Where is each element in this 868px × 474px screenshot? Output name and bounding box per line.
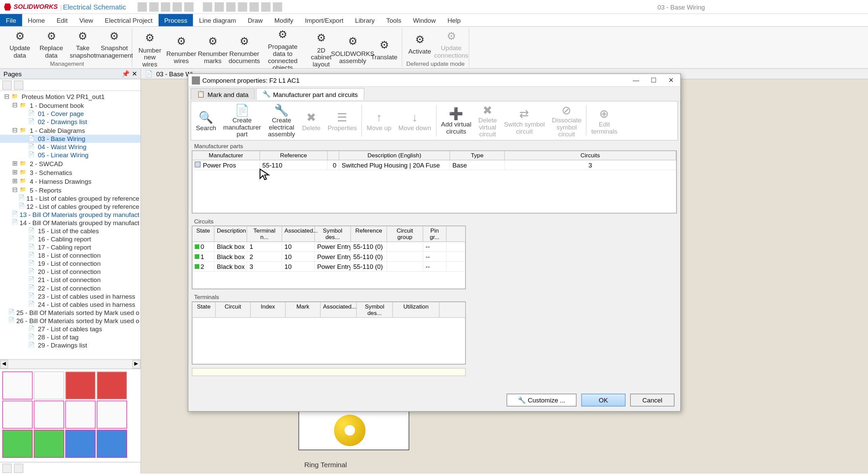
tree-item[interactable]: 📄22 - List of connection <box>0 284 141 292</box>
col-reference[interactable]: Reference <box>260 151 328 160</box>
col-order[interactable] <box>328 151 339 160</box>
tree-item[interactable]: 📄29 - Drawings list <box>0 341 141 349</box>
tree-item[interactable]: 📄02 - Drawings list <box>0 118 141 126</box>
ribbon-solidworks[interactable]: ⚙SOLIDWORKSassembly <box>339 28 367 72</box>
ribbon-2d-cabinet[interactable]: ⚙2D cabinetlayout <box>307 28 335 72</box>
menu-process[interactable]: Process <box>158 14 193 26</box>
tree-item[interactable]: 📄12 - List of cables grouped by referenc… <box>0 202 141 211</box>
customize-button[interactable]: 🔧 Customize ... <box>507 394 577 407</box>
circ-col-2[interactable]: Terminal n... <box>247 226 282 241</box>
circ-col-1[interactable]: Description <box>215 226 247 241</box>
qat-redo-icon[interactable] <box>184 2 194 12</box>
tree-item[interactable]: ⊟📁1 - Cable Diagrams <box>0 126 141 135</box>
tree-item[interactable]: 📄05 - Linear Wiring <box>0 151 141 159</box>
menu-tools[interactable]: Tools <box>381 14 407 26</box>
dialog-min-icon[interactable]: — <box>630 76 642 84</box>
term-col-5[interactable]: Symbol des... <box>357 302 393 317</box>
dlgbtn-search[interactable]: 🔍Search <box>193 103 220 139</box>
tree-item[interactable]: 📄27 - List of cables tags <box>0 325 141 333</box>
qat-undo-icon[interactable] <box>173 2 182 12</box>
ribbon-number-new[interactable]: ⚙Number newwires <box>136 28 164 72</box>
tab-manufacturer-part[interactable]: 🔧Manufacturer part and circuits <box>256 88 364 100</box>
col-circuits[interactable]: Circuits <box>505 151 677 160</box>
ribbon-activate[interactable]: ⚙Activate <box>406 28 434 60</box>
ribbon-take[interactable]: ⚙Takesnapshot <box>69 28 97 60</box>
tree-item[interactable]: 📄19 - List of connection <box>0 259 141 268</box>
tree-item[interactable]: 📄23 - List of cables used in harness <box>0 292 141 300</box>
tree-item[interactable]: 📄28 - List of tag <box>0 333 141 341</box>
ok-button[interactable]: OK <box>581 394 626 407</box>
ribbon-propagate-data-to[interactable]: ⚙Propagate data toconnected objects <box>262 28 304 72</box>
menu-electrical-project[interactable]: Electrical Project <box>99 14 158 26</box>
ribbon-renumber[interactable]: ⚙Renumbermarks <box>199 28 227 72</box>
tree-item[interactable]: ⊞📁3 - Schematics <box>0 168 141 177</box>
tree-item[interactable]: 📄18 - List of connection <box>0 251 141 259</box>
tree-item[interactable]: ⊟📁1 - Document book <box>0 101 141 110</box>
tree-item[interactable]: 📄16 - Cabling report <box>0 235 141 243</box>
circuit-row[interactable]: 1Black box210Power Entry ...55-110 (0)-- <box>193 252 465 262</box>
qat-paste-icon[interactable] <box>226 2 236 12</box>
cancel-button[interactable]: Cancel <box>630 394 674 407</box>
qat-zoom-icon[interactable] <box>249 2 259 12</box>
menu-view[interactable]: View <box>74 14 99 26</box>
qat-new-icon[interactable] <box>138 2 147 12</box>
tree-item[interactable]: 📄26 - Bill Of Materials sorted by Mark u… <box>0 317 141 325</box>
menu-edit[interactable]: Edit <box>51 14 74 26</box>
mfg-row[interactable]: Power Pros 55-110 0 Switched Plug Housin… <box>193 160 677 170</box>
pages-tab-1-icon[interactable] <box>2 80 12 90</box>
project-tree[interactable]: ⊟📁Proteus Motion V2 PR1_out1⊟📁1 - Docume… <box>0 91 141 359</box>
tree-item[interactable]: 📄20 - List of connection <box>0 268 141 276</box>
mfg-parts-grid[interactable]: Manufacturer Reference Description (Engl… <box>192 151 677 214</box>
circ-col-6[interactable]: Circuit group <box>387 226 423 241</box>
menu-home[interactable]: Home <box>22 14 51 26</box>
tree-item[interactable]: 📄13 - Bill Of Materials grouped by manuf… <box>0 211 141 219</box>
qat-save-icon[interactable] <box>161 2 170 12</box>
qat-copy-icon[interactable] <box>215 2 224 12</box>
col-manufacturer[interactable]: Manufacturer <box>193 151 260 160</box>
term-col-6[interactable]: Utilization <box>393 302 440 317</box>
tree-item[interactable]: 📄03 - Base Wiring <box>0 135 141 143</box>
tree-item[interactable]: 📄21 - List of connection <box>0 276 141 284</box>
bottom-tab-1-icon[interactable] <box>2 463 12 473</box>
dialog-max-icon[interactable]: ☐ <box>648 76 659 84</box>
dlgbtn-create-electrical-assembly[interactable]: 🔧Createelectricalassembly <box>264 103 299 139</box>
tree-item[interactable]: ⊟📁5 - Reports <box>0 185 141 194</box>
circ-col-5[interactable]: Reference <box>351 226 387 241</box>
menu-import-export[interactable]: Import/Export <box>299 14 349 26</box>
menu-line-diagram[interactable]: Line diagram <box>193 14 242 26</box>
menu-window[interactable]: Window <box>407 14 442 26</box>
ribbon-update[interactable]: ⚙Updatedata <box>6 28 34 60</box>
circuit-row[interactable]: 2Black box310Power Entry ...55-110 (0)-- <box>193 262 465 272</box>
tree-item[interactable]: 📄04 - Waist Wiring <box>0 143 141 151</box>
menu-modify[interactable]: Modify <box>268 14 299 26</box>
dialog-titlebar[interactable]: Component properties: F2 L1 AC1 — ☐ ✕ <box>188 74 681 87</box>
qat-print-icon[interactable] <box>238 2 247 12</box>
tree-hscroll[interactable]: ◀▶ <box>0 359 141 369</box>
menu-file[interactable]: File <box>0 14 22 26</box>
menu-help[interactable]: Help <box>442 14 466 26</box>
ribbon-replace[interactable]: ⚙Replacedata <box>37 28 65 60</box>
term-col-4[interactable]: Associated... <box>321 302 357 317</box>
panel-close-icon[interactable]: ✕ <box>132 70 137 77</box>
term-col-2[interactable]: Index <box>251 302 286 317</box>
circ-col-7[interactable]: Pin gr... <box>423 226 447 241</box>
qat-open-icon[interactable] <box>149 2 159 12</box>
dialog-close-icon[interactable]: ✕ <box>665 76 677 84</box>
col-description[interactable]: Description (English) <box>339 151 450 160</box>
term-col-3[interactable]: Mark <box>286 302 321 317</box>
tree-item[interactable]: 📄15 - List of the cables <box>0 227 141 235</box>
tree-item[interactable]: 📄24 - List of cables used in harness <box>0 300 141 309</box>
col-type[interactable]: Type <box>450 151 505 160</box>
ribbon-translate[interactable]: ⚙Translate <box>370 28 398 72</box>
circ-col-4[interactable]: Symbol des... <box>315 226 351 241</box>
circuits-grid[interactable]: StateDescriptionTerminal n...Associated.… <box>192 226 466 289</box>
bottom-tab-2-icon[interactable] <box>14 463 23 473</box>
qat-cut-icon[interactable] <box>203 2 213 12</box>
qat-search-icon[interactable] <box>261 2 271 12</box>
terminals-grid[interactable]: StateCircuitIndexMarkAssociated...Symbol… <box>192 301 466 364</box>
pin-icon[interactable]: 📌 <box>122 70 130 77</box>
tree-item[interactable]: 📄14 - Bill Of Materials grouped by manuf… <box>0 219 141 227</box>
thumbnail-preview[interactable] <box>0 369 141 462</box>
term-col-0[interactable]: State <box>193 302 216 317</box>
dlgbtn-create-manufacturer-part[interactable]: 📄Createmanufacturerpart <box>220 103 264 139</box>
